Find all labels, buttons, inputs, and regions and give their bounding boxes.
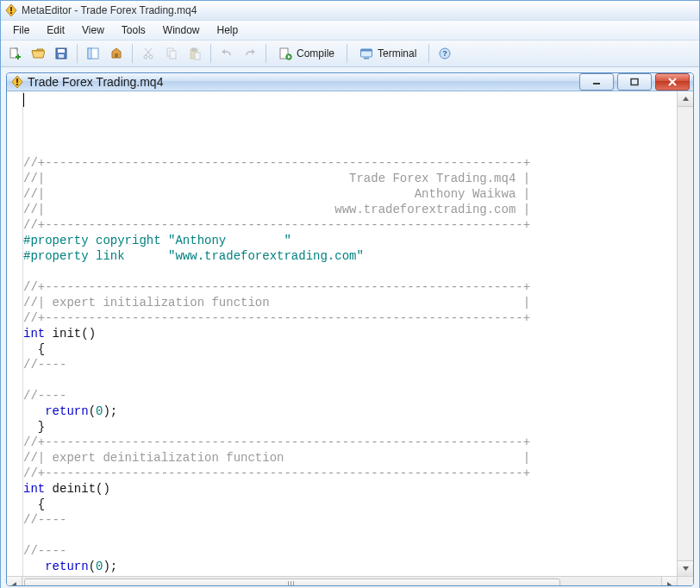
svg-rect-8 <box>58 49 65 53</box>
menu-file[interactable]: File <box>4 22 38 38</box>
horizontal-scrollbar[interactable] <box>7 576 693 586</box>
svg-rect-2 <box>10 12 12 14</box>
svg-line-16 <box>145 48 151 55</box>
code-line[interactable]: #property link "www.tradeforextrading.co… <box>23 248 677 264</box>
svg-rect-18 <box>170 51 176 59</box>
close-button[interactable] <box>655 73 690 91</box>
menu-view[interactable]: View <box>73 22 113 38</box>
new-file-button[interactable] <box>4 43 25 64</box>
toolbar-separator <box>428 44 429 63</box>
svg-text:?: ? <box>443 49 448 58</box>
scrollbar-thumb[interactable] <box>24 579 560 586</box>
code-line[interactable]: //---- <box>23 512 677 528</box>
code-line[interactable]: //+-------------------------------------… <box>23 466 677 481</box>
scrollbar-track[interactable] <box>22 577 661 586</box>
svg-rect-1 <box>10 7 12 11</box>
code-line[interactable]: //| Trade Forex Trading.mq4 | <box>23 171 677 186</box>
menubar: File Edit View Tools Window Help <box>1 21 699 41</box>
terminal-button-label: Terminal <box>378 47 416 59</box>
toolbar-separator <box>132 44 133 63</box>
code-line[interactable]: //+-------------------------------------… <box>23 279 677 295</box>
menu-help[interactable]: Help <box>209 22 247 38</box>
code-line[interactable]: { <box>23 341 677 357</box>
scrollbar-corner <box>677 577 693 586</box>
code-line[interactable]: int init() <box>23 326 677 341</box>
help-button[interactable]: ? <box>434 43 455 64</box>
code-line[interactable]: return(0); <box>23 559 677 574</box>
save-file-button[interactable] <box>51 43 72 64</box>
code-line[interactable]: #property copyright "Anthony " <box>23 233 677 248</box>
minimize-button[interactable] <box>579 73 614 91</box>
document-window: Trade Forex Trading.mq4 <box>6 72 694 586</box>
terminal-icon <box>359 47 373 60</box>
code-line[interactable]: //+-------------------------------------… <box>23 310 677 326</box>
svg-rect-12 <box>115 53 118 58</box>
scroll-left-arrow-icon[interactable] <box>7 577 22 586</box>
paste-button[interactable] <box>184 43 205 64</box>
editor: //+-------------------------------------… <box>7 91 693 576</box>
svg-rect-28 <box>361 49 372 52</box>
app-icon <box>4 3 18 17</box>
scroll-down-arrow-icon[interactable] <box>678 560 693 576</box>
code-line[interactable]: //| expert deinitialization function | <box>23 450 677 466</box>
code-line[interactable] <box>23 372 677 388</box>
code-line[interactable]: } <box>23 419 677 435</box>
scroll-right-arrow-icon[interactable] <box>661 577 677 586</box>
toolbar-separator <box>347 44 347 63</box>
svg-point-13 <box>144 55 147 59</box>
client-area: Trade Forex Trading.mq4 <box>1 67 699 588</box>
code-line[interactable]: int deinit() <box>23 481 677 497</box>
code-line[interactable]: //---- <box>23 388 677 403</box>
code-line[interactable] <box>23 264 677 279</box>
svg-marker-23 <box>252 49 255 54</box>
svg-rect-9 <box>59 54 64 58</box>
app-title: MetaEditor - Trade Forex Trading.mq4 <box>22 4 197 16</box>
code-line[interactable]: //+-------------------------------------… <box>23 217 677 233</box>
svg-rect-34 <box>16 84 18 85</box>
menu-window[interactable]: Window <box>154 22 209 38</box>
menu-edit[interactable]: Edit <box>38 22 73 38</box>
code-line[interactable]: //+-------------------------------------… <box>23 435 677 450</box>
svg-rect-33 <box>16 78 18 83</box>
document-icon <box>10 75 24 89</box>
code-line[interactable]: //---- <box>23 357 677 372</box>
toolbar-separator <box>210 44 211 63</box>
terminal-button[interactable]: Terminal <box>353 43 423 64</box>
svg-marker-42 <box>667 582 672 587</box>
text-cursor <box>23 93 24 107</box>
code-line[interactable]: //| Anthony Waikwa | <box>23 186 677 202</box>
code-line[interactable]: //| expert initialization function | <box>23 295 677 310</box>
document-titlebar[interactable]: Trade Forex Trading.mq4 <box>7 73 693 91</box>
code-line[interactable]: //| www.tradeforextrading.com | <box>23 202 677 217</box>
code-area[interactable]: //+-------------------------------------… <box>23 91 677 576</box>
svg-rect-20 <box>192 48 196 51</box>
code-line[interactable]: //+-------------------------------------… <box>23 155 677 171</box>
toolbox-button[interactable] <box>106 43 127 64</box>
code-line[interactable] <box>23 528 677 543</box>
menu-tools[interactable]: Tools <box>113 22 154 38</box>
svg-rect-21 <box>195 53 200 59</box>
cut-button[interactable] <box>138 43 159 64</box>
svg-rect-29 <box>364 58 369 59</box>
compile-button-label: Compile <box>297 47 334 59</box>
compile-button[interactable]: Compile <box>272 43 341 64</box>
svg-point-14 <box>149 55 153 59</box>
svg-marker-39 <box>683 97 689 101</box>
app-titlebar: MetaEditor - Trade Forex Trading.mq4 <box>1 1 699 21</box>
undo-button[interactable] <box>216 43 237 64</box>
window-buttons <box>579 73 690 91</box>
svg-line-15 <box>146 48 152 55</box>
open-file-button[interactable] <box>28 43 48 64</box>
copy-button[interactable] <box>161 43 182 64</box>
redo-button[interactable] <box>240 43 260 64</box>
code-line[interactable]: //---- <box>23 543 677 559</box>
scroll-up-arrow-icon[interactable] <box>678 91 693 107</box>
compile-icon <box>278 47 292 60</box>
code-line[interactable]: { <box>23 497 677 512</box>
svg-rect-36 <box>631 79 638 85</box>
vertical-scrollbar[interactable] <box>677 91 693 576</box>
navigator-button[interactable] <box>83 43 103 64</box>
maximize-button[interactable] <box>617 73 652 91</box>
document-title: Trade Forex Trading.mq4 <box>28 75 579 89</box>
code-line[interactable]: return(0); <box>23 403 677 419</box>
